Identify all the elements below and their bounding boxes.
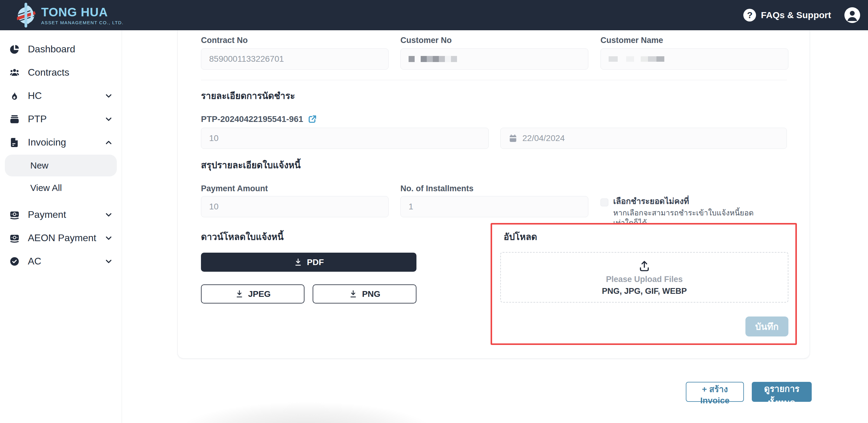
appointment-amount-value[interactable] (209, 133, 480, 143)
redacted-gap (634, 56, 641, 62)
external-link-icon[interactable] (308, 115, 317, 124)
dropzone-formats: PNG, JPG, GIF, WEBP (602, 287, 687, 296)
sidebar-label: View All (30, 183, 62, 193)
chevron-down-icon (104, 210, 113, 219)
sidebar-label: Invoicing (28, 137, 104, 148)
download-icon (293, 258, 303, 267)
sidebar-item-payment[interactable]: Payment (0, 203, 122, 226)
installments-label: No. of Installments (400, 184, 474, 193)
invoice-form-card: Contract No Customer No Customer Name (177, 30, 810, 359)
brand-text: TONG HUA ASSET MANAGEMENT CO., LTD. (41, 5, 123, 25)
sidebar-item-ptp[interactable]: PTP (0, 107, 122, 131)
upload-section-title: อัปโหลด (504, 231, 537, 243)
chevron-down-icon (104, 234, 113, 243)
installments-value[interactable] (409, 202, 580, 212)
people-icon (9, 67, 20, 78)
customer-no-input[interactable] (400, 48, 588, 70)
ptp-reference: PTP-20240422195541-961 (201, 115, 303, 124)
redacted-value (641, 56, 648, 62)
create-invoice-button[interactable]: + สร้าง Invoice (686, 382, 744, 402)
download-icon (235, 290, 244, 299)
banknote-icon (9, 233, 20, 243)
download-pdf-button[interactable]: PDF (201, 253, 416, 272)
download-jpeg-button[interactable]: JPEG (201, 285, 305, 303)
invoice-document-icon (9, 137, 20, 148)
sidebar-label: Payment (28, 209, 104, 220)
redacted-value (656, 56, 664, 62)
chevron-down-icon (104, 91, 113, 100)
payment-amount-value[interactable] (209, 202, 380, 212)
redacted-value (451, 56, 457, 62)
download-png-button[interactable]: PNG (313, 285, 416, 303)
sidebar: Dashboard Contracts HC (0, 30, 122, 423)
sidebar-item-invoicing-view-all[interactable]: View All (5, 177, 117, 199)
ptp-reference-row: PTP-20240422195541-961 (201, 115, 317, 124)
customer-name-label: Customer Name (600, 36, 663, 45)
appointment-section-title: รายละเอียดการนัดชำระ (201, 90, 295, 102)
sidebar-item-hc[interactable]: HC (0, 84, 122, 107)
download-icon (349, 290, 358, 299)
topbar-actions: FAQs & Support (743, 7, 860, 23)
sidebar-label: PTP (28, 113, 104, 125)
file-dropzone[interactable]: Please Upload Files PNG, JPG, GIF, WEBP (500, 252, 788, 302)
appointment-date-value[interactable] (522, 133, 779, 143)
banknote-icon (9, 209, 20, 220)
redacted-value (445, 56, 451, 62)
brand: TONG HUA ASSET MANAGEMENT CO., LTD. (17, 2, 123, 28)
redacted-value (648, 56, 656, 62)
customer-no-label: Customer No (400, 36, 452, 45)
view-all-invoices-button[interactable]: ดูรายการทั้งหมด (752, 382, 812, 402)
chevron-down-icon (104, 257, 113, 266)
upload-icon (638, 259, 651, 272)
redacted-gap (618, 56, 626, 62)
summary-section-title: สรุปรายละเอียดใบแจ้งหนี้ (201, 159, 301, 171)
variable-amount-checkbox[interactable] (600, 198, 608, 206)
download-pdf-label: PDF (307, 258, 324, 267)
check-circle-icon (9, 256, 20, 267)
redacted-value (421, 56, 427, 62)
sidebar-label: HC (28, 90, 104, 101)
appointment-amount-input[interactable] (201, 128, 489, 149)
background-shadow-blob (182, 398, 478, 423)
save-button[interactable]: บันทึก (745, 317, 788, 336)
sidebar-label: AC (28, 256, 104, 267)
sidebar-item-ac[interactable]: AC (0, 250, 122, 273)
payment-amount-input[interactable] (201, 196, 389, 217)
download-png-label: PNG (362, 289, 380, 299)
sidebar-item-contracts[interactable]: Contracts (0, 61, 122, 84)
sidebar-label: AEON Payment (28, 232, 104, 243)
brand-subtitle: ASSET MANAGEMENT CO., LTD. (41, 20, 123, 25)
topbar: TONG HUA ASSET MANAGEMENT CO., LTD. FAQs… (0, 0, 868, 30)
flame-icon (9, 91, 20, 101)
redacted-value (409, 56, 415, 62)
redacted-gap (415, 56, 421, 62)
brand-title: TONG HUA (41, 5, 123, 19)
sidebar-item-aeon-payment[interactable]: AEON Payment (0, 226, 122, 250)
faqs-support-link[interactable]: FAQs & Support (743, 9, 831, 22)
divider (201, 80, 787, 80)
payment-amount-label: Payment Amount (201, 184, 268, 193)
sidebar-item-invoicing[interactable]: Invoicing (0, 131, 122, 154)
pie-chart-icon (9, 44, 20, 55)
redacted-value (433, 56, 439, 62)
redacted-value (427, 56, 433, 62)
contract-no-label: Contract No (201, 36, 248, 45)
sidebar-label: New (30, 160, 49, 171)
faqs-support-label: FAQs & Support (761, 10, 831, 20)
download-section-title: ดาวน์โหลดใบแจ้งหนี้ (201, 231, 284, 243)
appointment-date-input[interactable] (500, 128, 787, 149)
redacted-value (626, 56, 634, 62)
sidebar-label: Contracts (28, 67, 113, 78)
sidebar-item-dashboard[interactable]: Dashboard (0, 37, 122, 61)
user-avatar-icon[interactable] (844, 7, 860, 23)
redacted-value (439, 56, 445, 62)
installments-input[interactable] (400, 196, 588, 217)
dropzone-title: Please Upload Files (606, 275, 683, 284)
contract-no-input[interactable] (201, 48, 389, 70)
contract-no-value[interactable] (209, 54, 380, 64)
chevron-down-icon (104, 115, 113, 124)
download-jpeg-label: JPEG (248, 289, 271, 299)
customer-name-input[interactable] (600, 48, 788, 70)
sidebar-item-invoicing-new[interactable]: New (5, 155, 117, 176)
company-logo-icon (17, 2, 36, 28)
